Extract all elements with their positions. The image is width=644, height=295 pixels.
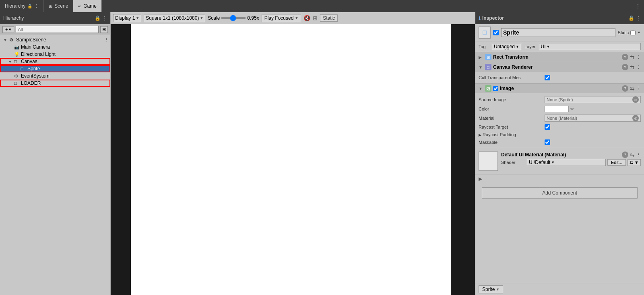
tree-item-main-camera[interactable]: 📷 Main Camera xyxy=(0,43,110,51)
speaker-icon[interactable]: 🔇 xyxy=(303,15,310,21)
tab-hierarchy[interactable]: Hierarchy 🔒 ⋮ xyxy=(0,0,44,12)
tag-dropdown[interactable]: Untagged ▼ xyxy=(492,43,521,50)
tree-item-loader[interactable]: □ LOADER xyxy=(0,80,110,87)
add-component-button[interactable]: Add Component xyxy=(482,187,638,199)
inspector-bottom-bar: Sprite ▼ xyxy=(475,283,644,295)
raycast-target-checkbox[interactable] xyxy=(545,124,550,130)
component-canvas-renderer-header[interactable]: ▼ □ Canvas Renderer ? ⇆ ⋮ xyxy=(475,62,644,72)
sprite-bottom-tab-label: Sprite xyxy=(482,287,495,292)
raycast-padding-row[interactable]: ▶ Raycast Padding xyxy=(479,131,641,138)
tree-item-sprite[interactable]: □ Sprite xyxy=(0,65,110,72)
color-picker-icon[interactable]: ✏ xyxy=(570,106,574,112)
canvas-renderer-help-button[interactable]: ? xyxy=(622,64,628,70)
inspector-panel-icons: 🔒 ⋮ xyxy=(628,15,641,21)
image-settings-icon[interactable]: ⇆ xyxy=(630,85,635,92)
hierarchy-panel-title: Hierarchy xyxy=(3,15,24,21)
material-settings-icon[interactable]: ⇆ xyxy=(630,152,635,158)
tab-scene[interactable]: ⊞ Scene xyxy=(44,0,73,12)
canvas-renderer-body: Cull Transparent Mes xyxy=(475,72,644,83)
resolution-dropdown[interactable]: Square 1x1 (1080x1080) ▼ xyxy=(144,14,205,22)
arrow-icon: ▼ xyxy=(8,59,13,64)
resolution-label: Square 1x1 (1080x1080) xyxy=(146,15,199,21)
material-section: Default UI Material (Material) ? ⇆ ⋮ Sha… xyxy=(475,148,644,174)
play-focused-dropdown[interactable]: Play Focused ▼ xyxy=(262,14,301,22)
material-expand-button[interactable]: ⇆ ▼ xyxy=(627,159,641,166)
component-rect-transform: ▶ ⊞ Rect Transform ? ⇆ ⋮ xyxy=(475,52,644,62)
image-help-button[interactable]: ? xyxy=(622,85,628,92)
rect-transform-more-icon[interactable]: ⋮ xyxy=(636,55,641,60)
material-preview xyxy=(479,152,498,171)
game-toolbar: Display 1 ▼ Square 1x1 (1080x1080) ▼ Sca… xyxy=(111,12,475,24)
image-active-checkbox[interactable] xyxy=(493,86,498,91)
maskable-checkbox[interactable] xyxy=(545,139,550,145)
tree-item-directional-light[interactable]: 💡 Directional Light xyxy=(0,51,110,58)
canvas-renderer-more-icon[interactable]: ⋮ xyxy=(636,65,641,70)
sprite-bottom-tab[interactable]: Sprite ▼ xyxy=(479,285,503,293)
raycast-padding-arrow-icon: ▶ xyxy=(479,133,481,137)
static-badge: Static xyxy=(320,14,338,22)
material-section-arrow-icon: ▶ xyxy=(479,176,482,182)
add-hierarchy-button[interactable]: + ▾ xyxy=(2,26,14,33)
hierarchy-panel: Hierarchy 🔒 ⋮ + ▾ ⊞ ▼ ⚙ SampleScene ⋮ 📷 xyxy=(0,12,111,295)
loader-icon: □ xyxy=(14,81,20,86)
scale-slider[interactable] xyxy=(221,17,246,19)
hierarchy-tab-icon: 🔒 xyxy=(27,4,32,8)
hierarchy-search-bar: + ▾ ⊞ xyxy=(0,24,110,35)
source-image-picker-button[interactable]: ◎ xyxy=(632,96,639,103)
tabs-more-button[interactable]: ⋮ xyxy=(632,0,644,12)
layer-value: UI xyxy=(541,44,546,49)
static-checkbox[interactable] xyxy=(630,30,636,35)
layer-dropdown[interactable]: UI ▼ xyxy=(539,43,641,50)
play-focused-label: Play Focused xyxy=(264,15,294,21)
arrow-icon: ▼ xyxy=(3,38,8,42)
material-label: Material xyxy=(479,116,543,121)
material-picker-button[interactable]: ◎ xyxy=(632,115,639,121)
tree-label-sample-scene: SampleScene xyxy=(16,37,46,43)
tree-item-event-system[interactable]: ⚙ EventSystem xyxy=(0,72,110,80)
static-dropdown[interactable]: ▼ xyxy=(637,31,641,35)
tree-item-canvas[interactable]: ▼ □ Canvas xyxy=(0,58,110,65)
rect-transform-settings-icon[interactable]: ⇆ xyxy=(630,54,635,60)
object-active-checkbox[interactable] xyxy=(493,30,499,35)
tag-layer-row: Tag Untagged ▼ Layer UI ▼ xyxy=(475,41,644,52)
image-more-icon[interactable]: ⋮ xyxy=(636,86,641,91)
tree-label-canvas: Canvas xyxy=(21,59,37,64)
hierarchy-search-button[interactable]: ⊞ xyxy=(100,26,108,33)
color-swatch[interactable] xyxy=(545,106,569,112)
canvas-renderer-settings-icon[interactable]: ⇆ xyxy=(630,64,635,70)
game-tab-icon: ∞ xyxy=(78,4,81,8)
cull-transparent-row: Cull Transparent Mes xyxy=(479,74,641,82)
shader-edit-button[interactable]: Edit... xyxy=(607,159,626,166)
shader-dropdown[interactable]: UI/Default ▼ xyxy=(527,159,606,166)
material-help-button[interactable]: ? xyxy=(622,152,628,158)
material-full-name: Default UI Material (Material) xyxy=(501,152,620,158)
component-rect-transform-header[interactable]: ▶ ⊞ Rect Transform ? ⇆ ⋮ xyxy=(475,52,644,62)
material-expand-row[interactable]: ▶ xyxy=(475,174,644,183)
tab-game[interactable]: ∞ Game xyxy=(73,0,102,12)
grid-icon[interactable]: ⊞ xyxy=(313,15,318,21)
shader-value: UI/Default xyxy=(529,160,550,165)
material-more-icon[interactable]: ⋮ xyxy=(636,152,641,158)
source-image-field[interactable]: None (Sprite) ◎ xyxy=(545,96,641,103)
inspector-lock-icon[interactable]: 🔒 xyxy=(628,15,634,21)
inspector-more-icon[interactable]: ⋮ xyxy=(636,15,641,21)
rect-transform-help-button[interactable]: ? xyxy=(622,54,628,60)
inspector-panel: ℹ Inspector 🔒 ⋮ □ Static ▼ xyxy=(475,12,644,295)
material-field[interactable]: None (Material) ◎ xyxy=(545,115,641,122)
component-image-header[interactable]: ▼ 🖼 Image ? ⇆ ⋮ xyxy=(475,84,644,93)
center-panel: Display 1 ▼ Square 1x1 (1080x1080) ▼ Sca… xyxy=(111,12,475,295)
display-dropdown[interactable]: Display 1 ▼ xyxy=(113,14,141,22)
tree-item-sample-scene[interactable]: ▼ ⚙ SampleScene ⋮ xyxy=(0,36,110,43)
hierarchy-more-icon[interactable]: ⋮ xyxy=(102,15,107,21)
component-canvas-renderer: ▼ □ Canvas Renderer ? ⇆ ⋮ Cull Transpare… xyxy=(475,62,644,84)
cull-transparent-checkbox[interactable] xyxy=(545,75,550,80)
object-name-field[interactable] xyxy=(501,28,615,37)
scale-value-label: 0.95x xyxy=(247,15,259,21)
hierarchy-tab-more[interactable]: ⋮ xyxy=(34,4,39,9)
hierarchy-search-input[interactable] xyxy=(16,26,99,33)
material-info: Default UI Material (Material) ? ⇆ ⋮ Sha… xyxy=(501,152,641,167)
object-icon-box: □ xyxy=(479,27,491,39)
play-arrow-icon: ▼ xyxy=(295,16,298,20)
scene-more-icon[interactable]: ⋮ xyxy=(104,37,110,43)
viewport-main xyxy=(131,24,451,295)
